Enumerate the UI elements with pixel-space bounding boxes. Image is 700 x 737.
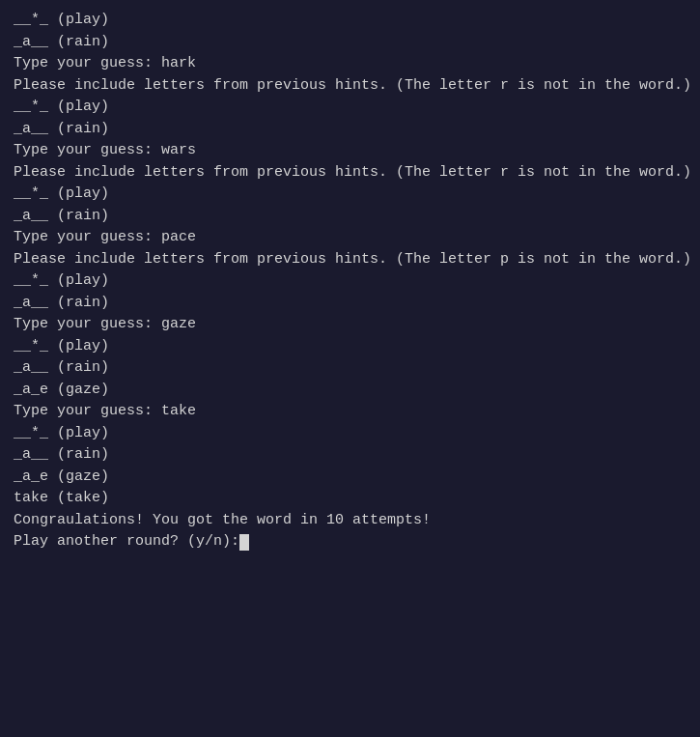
terminal-line: _a_e (gaze)	[14, 467, 686, 489]
terminal-line: Type your guess: take	[14, 401, 686, 423]
terminal-content: __*_ (play)_a__ (rain)Type your guess: h…	[14, 10, 686, 553]
terminal-line: _a__ (rain)	[14, 32, 686, 54]
prompt-text: Play another round? (y/n):	[14, 531, 239, 553]
terminal-line: __*_ (play)	[14, 97, 686, 119]
terminal-line: _a__ (rain)	[14, 206, 686, 228]
terminal-line: _a__ (rain)	[14, 357, 686, 380]
terminal-line: _a__ (rain)	[14, 444, 686, 467]
terminal-line: Please include letters from previous hin…	[14, 249, 686, 271]
terminal-line: __*_ (play)	[14, 184, 686, 206]
terminal-line: __*_ (play)	[14, 423, 686, 445]
terminal-line: __*_ (play)	[14, 270, 686, 293]
terminal-line: __*_ (play)	[14, 336, 686, 358]
last-prompt-line[interactable]: Play another round? (y/n):	[14, 531, 686, 553]
terminal-line: Type your guess: hark	[14, 53, 686, 75]
terminal-line: Please include letters from previous hin…	[14, 162, 686, 184]
terminal-line: Type your guess: pace	[14, 227, 686, 249]
terminal-line: Please include letters from previous hin…	[14, 75, 686, 98]
terminal-line: _a__ (rain)	[14, 119, 686, 141]
terminal-line: take (take)	[14, 488, 686, 510]
terminal-window: __*_ (play)_a__ (rain)Type your guess: h…	[14, 10, 686, 553]
terminal-line: _a_e (gaze)	[14, 380, 686, 402]
terminal-line: Type your guess: gaze	[14, 314, 686, 336]
terminal-line: _a__ (rain)	[14, 293, 686, 315]
terminal-line: __*_ (play)	[14, 10, 686, 32]
terminal-line: Type your guess: wars	[14, 140, 686, 162]
terminal-line: Congraulations! You got the word in 10 a…	[14, 510, 686, 532]
cursor	[239, 534, 249, 551]
